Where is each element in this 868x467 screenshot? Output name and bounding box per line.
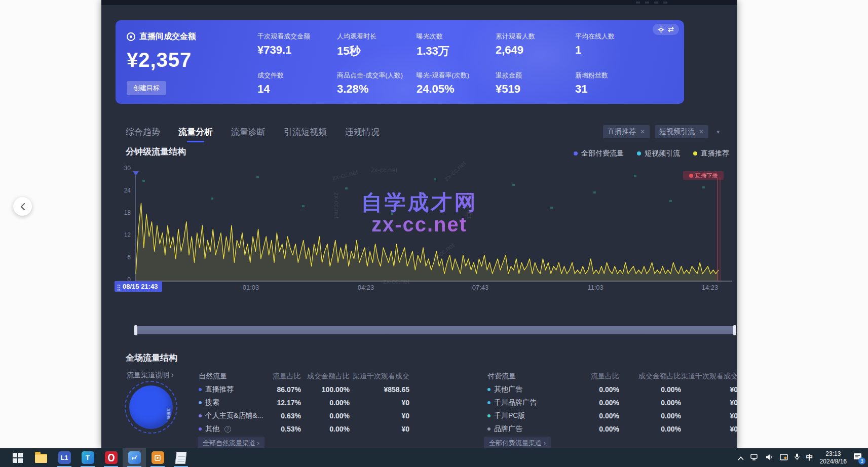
app-window: 直播间成交金额 ¥2,357 创建目标 千次观看成交金额 ¥739.1 人均观看… [101,0,737,448]
network-icon[interactable] [750,454,759,462]
metric-refund: 退款金额 ¥519 [496,71,574,96]
x-tick: 07:43 [472,284,489,291]
metric-new-fans: 新增粉丝数 31 [575,71,654,96]
browser-button[interactable] [123,448,146,467]
notepad-icon [175,452,187,464]
filter-chips: 直播推荐✕ 短视频引流✕ ▾ [603,125,720,138]
metric-impressions: 曝光次数 1.33万 [417,32,495,59]
info-icon[interactable]: ? [224,426,231,433]
y-tick: 18 [114,209,131,216]
app-l1-button[interactable]: L1 [53,448,76,467]
tray-expand-chevron-icon[interactable] [738,454,744,462]
y-tick: 12 [114,231,131,239]
metric-total-viewers: 累计观看人数 2,649 [496,32,574,57]
legend-live-recommend[interactable]: 直播推荐 [693,149,729,158]
x-tick: 04:23 [358,284,374,291]
tab-violations[interactable]: 违规情况 [345,126,380,138]
back-button[interactable] [13,197,32,216]
tab-overall-trend[interactable]: 综合趋势 [126,126,160,138]
app-opera-button[interactable] [99,448,123,467]
swap-arrows-icon[interactable] [667,25,675,33]
chevron-left-icon [20,203,26,210]
legend-paid-traffic[interactable]: 全部付费流量 [574,149,624,158]
legend-dot [693,151,697,155]
x-tick: 11:03 [587,284,603,291]
table-row: 其他? 0.53% 0.00% ¥0 [199,422,409,436]
titlebar-icons [636,2,671,4]
browser-arrow-icon [128,451,141,464]
channel-dot [199,427,202,431]
notification-center-button[interactable]: 3 [853,453,862,462]
tab-traffic-diagnosis[interactable]: 流量诊断 [231,126,266,138]
legend-short-video[interactable]: 短视频引流 [637,149,680,158]
table-header: 付费流量 流量占比 成交金额占比 渠道千次观看成交 [487,370,738,383]
taskbar-clock[interactable]: 23:13 2024/8/16 [820,450,847,465]
traffic-line-svg [135,167,732,285]
speaker-icon[interactable] [766,454,773,462]
channel-dot [199,388,202,391]
stream-end-badge: 直播下播 [683,171,724,180]
metric-gpm: 千次观看成交金额 ¥739.1 [257,32,336,57]
traffic-chart[interactable] [135,167,732,285]
banner-title: 直播间成交金额 [139,31,196,42]
traffic-donut-chart: 直播推荐 [125,381,177,434]
chart-title: 分钟级流量结构 [126,146,186,158]
windows-taskbar: L1 T [0,448,868,467]
notepad-button[interactable] [169,448,193,467]
table-row: 个人主页&店铺&... 0.63% 0.00% ¥0 [199,409,409,422]
opera-icon [105,451,118,464]
microphone-icon[interactable] [795,453,800,462]
channel-dot [199,414,202,417]
channel-dot [487,401,490,404]
l1-app-icon: L1 [58,451,71,464]
y-tick: 30 [114,165,131,172]
app-meeting-button[interactable]: T [76,448,99,467]
file-explorer-button[interactable] [29,448,53,467]
natural-traffic-table: 自然流量 流量占比 成交金额占比 渠道千次观看成交 直播推荐 86.07% 10… [199,370,409,436]
y-tick: 6 [114,254,131,261]
desktop-left-margin [0,0,101,448]
chip-live-recommend[interactable]: 直播推荐✕ [603,125,650,138]
start-button[interactable] [6,448,29,467]
notification-badge: 3 [858,457,865,464]
table-row: 搜索 12.17% 0.00% ¥0 [199,396,409,409]
create-goal-button[interactable]: 创建目标 [127,81,166,95]
scrollbar-track[interactable] [135,326,736,334]
channel-dot [487,388,490,391]
metric-avg-online: 平均在线人数 1 [575,32,654,57]
screenshot-tool-icon[interactable] [780,454,788,462]
channel-help-link[interactable]: 流量渠道说明 › [127,371,174,380]
scrollbar-left-handle[interactable] [134,325,137,335]
tab-short-video[interactable]: 引流短视频 [284,126,327,138]
donut-core: 直播推荐 [129,385,173,429]
y-tick: 24 [114,187,131,194]
desktop-right-margin [737,0,868,448]
meeting-app-icon: T [82,451,94,464]
table-row: 其他广告 0.00% 0.00% ¥0 [487,383,738,396]
channel-dot [487,427,490,431]
ime-indicator[interactable]: 中 [806,453,813,462]
gmv-value: ¥2,357 [127,49,192,71]
tab-traffic-analysis[interactable]: 流量分析 [178,126,213,138]
taskbar-apps: L1 T [0,448,193,467]
x-tick: 01:03 [243,284,259,291]
table-row: 直播推荐 86.07% 100.00% ¥858.65 [199,383,409,396]
chart-legend: 全部付费流量 短视频引流 直播推荐 [574,149,729,158]
metric-items-sold: 成交件数 14 [257,71,336,96]
chart-range-scrollbar[interactable] [135,326,736,334]
chart-start-time-chip[interactable]: 08/15 21:43 [115,281,162,292]
close-icon[interactable]: ✕ [699,128,704,135]
metric-view-rate: 曝光-观看率(次数) 24.05% [417,71,495,96]
clock-time: 23:13 [820,450,847,457]
window-titlebar [101,0,737,5]
gear-icon[interactable] [657,25,665,33]
table-row: 千川品牌广告 0.00% 0.00% ¥0 [487,396,738,409]
traffic-structure-title: 全场流量结构 [126,352,177,364]
system-tray: 中 23:13 2024/8/16 3 [738,450,868,465]
app-orange-button[interactable] [146,448,169,467]
target-icon [127,32,135,41]
chip-short-video[interactable]: 短视频引流✕ [655,125,708,138]
scrollbar-right-handle[interactable] [733,325,736,335]
chevron-down-icon[interactable]: ▾ [716,128,720,135]
close-icon[interactable]: ✕ [640,128,645,135]
